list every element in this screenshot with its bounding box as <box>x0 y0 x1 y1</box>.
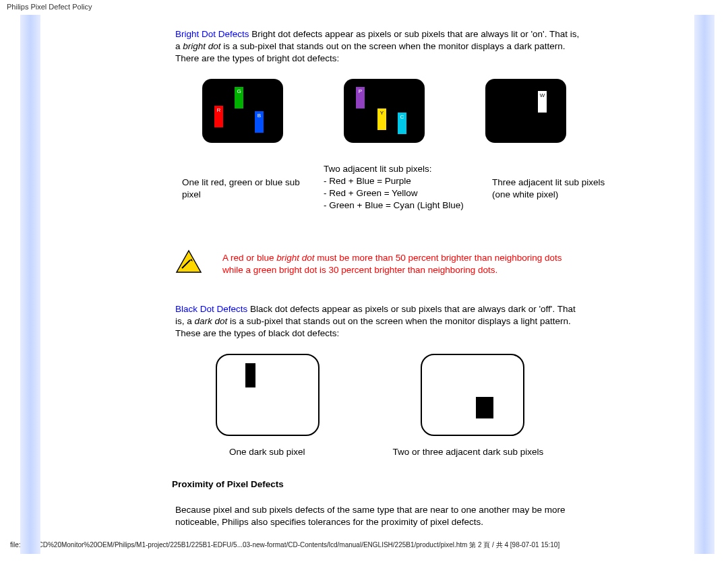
page-footer: file:///E|/LCD%20Monitor%20OEM/Philips/M… <box>0 538 728 554</box>
caption-3-l1: Three adjacent lit sub pixels <box>492 177 627 189</box>
green-pixel-icon: G <box>235 87 243 108</box>
screen-one-dark <box>216 354 320 436</box>
dark-caption-2: Two or three adjacent dark sub pixels <box>393 446 544 458</box>
bright-diagram-row: R G B P Y C W <box>175 79 580 143</box>
footer-path: file:///E|/LCD%20Monitor%20OEM/Philips/M… <box>10 541 559 549</box>
warning-triangle-icon <box>175 249 202 274</box>
black-text-2: is a sub-pixel that stands out on the sc… <box>175 316 571 338</box>
bright-italic: bright dot <box>183 41 220 51</box>
hazard-text: A red or blue bright dot must be more th… <box>222 249 580 276</box>
cyan-pixel-icon: C <box>398 113 406 134</box>
dark-pixel-icon <box>245 363 255 387</box>
screen-white: W <box>485 79 566 143</box>
hazard-italic: bright dot <box>276 253 314 263</box>
caption-2: Two adjacent lit sub pixels: - Red + Blu… <box>324 163 485 212</box>
pixel-label: Y <box>377 110 386 117</box>
proximity-heading: Proximity of Pixel Defects <box>172 478 580 491</box>
screen-multi-dark <box>421 354 524 436</box>
purple-pixel-icon: P <box>356 87 365 108</box>
caption-2-l3: - Red + Green = Yellow <box>324 187 485 199</box>
left-stripe <box>20 15 40 554</box>
pixel-label: P <box>356 88 365 96</box>
dark-captions-row: One dark sub pixel Two or three adjacent… <box>229 446 580 458</box>
page-body: Bright Dot Defects Bright dot defects ap… <box>0 15 728 538</box>
caption-1: One lit red, green or blue sub pixel <box>175 163 317 201</box>
bright-dot-link[interactable]: Bright Dot Defects <box>175 29 249 39</box>
content-column: Bright Dot Defects Bright dot defects ap… <box>175 15 580 529</box>
page-header: Philips Pixel Defect Policy <box>0 0 728 15</box>
black-italic: dark dot <box>195 316 228 326</box>
black-dot-paragraph: Black Dot Defects Black dot defects appe… <box>175 303 580 340</box>
caption-3-l2: (one white pixel) <box>492 189 627 201</box>
dark-diagram-row <box>216 354 580 436</box>
hazard-row: A red or blue bright dot must be more th… <box>175 249 580 276</box>
blue-pixel-icon: B <box>255 111 264 133</box>
screen-rgb: R G B <box>202 79 283 143</box>
hazard-t1: A red or blue <box>222 253 276 263</box>
pixel-label: B <box>255 113 264 120</box>
pixel-label: G <box>235 88 243 96</box>
right-stripe <box>694 15 715 554</box>
header-title: Philips Pixel Defect Policy <box>7 3 92 11</box>
diagram-pyc: P Y C <box>344 79 425 143</box>
bright-text-2: is a sub-pixel that stands out on the sc… <box>175 41 566 63</box>
proximity-body: Because pixel and sub pixels defects of … <box>175 504 580 528</box>
caption-2-l2: - Red + Blue = Purple <box>324 175 485 187</box>
diagram-white: W <box>485 79 580 143</box>
caption-3: Three adjacent lit sub pixels (one white… <box>492 163 627 201</box>
black-dot-link[interactable]: Black Dot Defects <box>175 304 247 314</box>
yellow-pixel-icon: Y <box>377 108 386 130</box>
red-pixel-icon: R <box>214 106 223 127</box>
caption-2-l1: Two adjacent lit sub pixels: <box>324 163 485 175</box>
pixel-label: C <box>398 114 406 121</box>
bright-captions-row: One lit red, green or blue sub pixel Two… <box>175 163 580 212</box>
pixel-label: W <box>538 92 547 100</box>
screen-pyc: P Y C <box>344 79 425 143</box>
bright-dot-paragraph: Bright Dot Defects Bright dot defects ap… <box>175 28 580 65</box>
white-pixel-icon: W <box>538 91 547 113</box>
caption-2-l4: - Green + Blue = Cyan (Light Blue) <box>324 199 485 212</box>
pixel-label: R <box>214 107 223 115</box>
dark-pixel-cluster-icon <box>476 397 493 418</box>
dark-caption-1: One dark sub pixel <box>229 446 305 458</box>
diagram-rgb: R G B <box>175 79 283 143</box>
